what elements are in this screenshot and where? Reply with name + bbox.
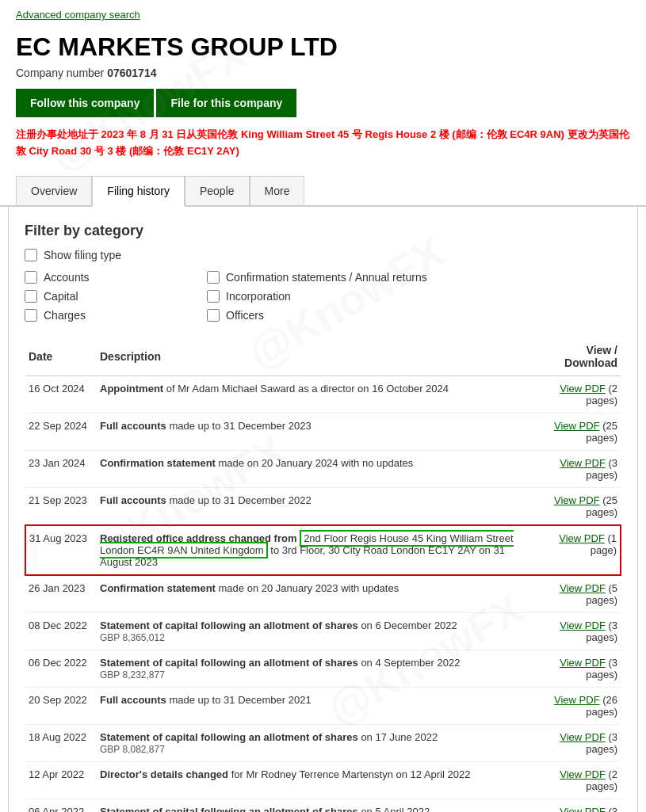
row-view: View PDF (3 pages) xyxy=(541,799,621,812)
checkbox-officers: Officers xyxy=(207,309,621,322)
filter-section: Filter by category Show filing type Acco… xyxy=(25,223,621,322)
view-pdf-link[interactable]: View PDF xyxy=(560,619,606,631)
table-row: 21 Sep 2023 Full accounts made up to 31 … xyxy=(25,487,621,525)
show-filing-checkbox[interactable] xyxy=(25,249,37,261)
view-pdf-link[interactable]: View PDF xyxy=(560,582,606,594)
table-row: 06 Apr 2022 Statement of capital followi… xyxy=(25,799,621,812)
row-view: View PDF (25 pages) xyxy=(541,487,621,525)
checkbox-capital-input[interactable] xyxy=(25,290,37,303)
checkbox-capital: Capital xyxy=(25,290,207,303)
checkbox-incorporation-input[interactable] xyxy=(207,290,220,303)
show-filing-row: Show filing type xyxy=(25,249,621,261)
table-row: 06 Dec 2022 Statement of capital followi… xyxy=(25,650,621,687)
tab-people[interactable]: People xyxy=(185,176,250,205)
row-view: View PDF (25 pages) xyxy=(541,413,621,450)
tabs-bar: Overview Filing history People More xyxy=(0,176,646,207)
table-row: 16 Oct 2024 Appointment of Mr Adam Micha… xyxy=(25,376,621,413)
filter-title: Filter by category xyxy=(25,223,621,239)
checkbox-officers-input[interactable] xyxy=(207,309,220,322)
view-pdf-link[interactable]: View PDF xyxy=(554,420,600,432)
checkbox-accounts-input[interactable] xyxy=(25,271,37,284)
row-description: Statement of capital following an allotm… xyxy=(97,612,541,650)
view-pdf-link[interactable]: View PDF xyxy=(560,768,606,780)
tab-filing-history[interactable]: Filing history xyxy=(92,176,185,207)
row-date: 23 Jan 2024 xyxy=(25,450,97,487)
tab-more[interactable]: More xyxy=(250,176,305,205)
row-date: 20 Sep 2022 xyxy=(25,687,97,724)
row-description: Full accounts made up to 31 December 202… xyxy=(97,413,541,450)
row-description: Full accounts made up to 31 December 202… xyxy=(97,487,541,525)
row-date: 31 Aug 2023 xyxy=(25,525,97,575)
table-row: 26 Jan 2023 Confirmation statement made … xyxy=(25,575,621,613)
company-header: EC MARKETS GROUP LTD Company number 0760… xyxy=(0,29,646,176)
view-pdf-link[interactable]: View PDF xyxy=(554,694,600,706)
row-date: 16 Oct 2024 xyxy=(25,376,97,413)
checkbox-confirmation: Confirmation statements / Annual returns xyxy=(207,271,621,284)
filings-table: Date Description View / Download 16 Oct … xyxy=(25,337,621,812)
row-description: Appointment of Mr Adam Michael Saward as… xyxy=(97,376,541,413)
row-date: 18 Aug 2022 xyxy=(25,724,97,761)
row-description: Registered office address changed from 2… xyxy=(97,525,541,575)
table-row: 22 Sep 2024 Full accounts made up to 31 … xyxy=(25,413,621,450)
row-date: 08 Dec 2022 xyxy=(25,612,97,650)
view-pdf-link[interactable]: View PDF xyxy=(560,457,606,469)
company-number-row: Company number 07601714 xyxy=(16,67,630,79)
row-description: Director's details changed for Mr Rodney… xyxy=(97,761,541,799)
row-date: 22 Sep 2024 xyxy=(25,413,97,450)
main-content: Filter by category Show filing type Acco… xyxy=(8,207,638,812)
checkboxes-grid: Accounts Confirmation statements / Annua… xyxy=(25,271,621,322)
view-pdf-link[interactable]: View PDF xyxy=(560,731,606,743)
file-company-button[interactable]: File for this company xyxy=(156,89,296,117)
table-row: 20 Sep 2022 Full accounts made up to 31 … xyxy=(25,687,621,724)
follow-company-button[interactable]: Follow this company xyxy=(16,89,154,117)
view-pdf-link[interactable]: View PDF xyxy=(554,494,600,506)
view-pdf-link[interactable]: View PDF xyxy=(560,806,606,812)
top-link: Advanced company search xyxy=(0,0,646,29)
row-view: View PDF (3 pages) xyxy=(541,612,621,650)
table-row: 18 Aug 2022 Statement of capital followi… xyxy=(25,724,621,761)
row-view: View PDF (5 pages) xyxy=(541,575,621,613)
row-description: Statement of capital following an allotm… xyxy=(97,650,541,687)
row-description: Statement of capital following an allotm… xyxy=(97,799,541,812)
col-header-description: Description xyxy=(97,337,541,376)
checkbox-incorporation: Incorporation xyxy=(207,290,621,303)
row-view: View PDF (1 page) xyxy=(541,525,621,575)
table-row: 23 Jan 2024 Confirmation statement made … xyxy=(25,450,621,487)
checkbox-accounts: Accounts xyxy=(25,271,207,284)
checkbox-confirmation-input[interactable] xyxy=(207,271,220,284)
action-buttons: Follow this company File for this compan… xyxy=(16,89,630,117)
table-row: 12 Apr 2022 Director's details changed f… xyxy=(25,761,621,799)
row-view: View PDF (3 pages) xyxy=(541,450,621,487)
row-view: View PDF (26 pages) xyxy=(541,687,621,724)
row-view: View PDF (2 pages) xyxy=(541,376,621,413)
row-view: View PDF (3 pages) xyxy=(541,650,621,687)
company-title: EC MARKETS GROUP LTD xyxy=(16,32,630,62)
row-date: 26 Jan 2023 xyxy=(25,575,97,613)
col-header-view: View / Download xyxy=(541,337,621,376)
tab-overview[interactable]: Overview xyxy=(16,176,92,205)
advanced-search-link[interactable]: Advanced company search xyxy=(16,9,140,21)
view-pdf-link[interactable]: View PDF xyxy=(560,383,606,395)
row-view: View PDF (2 pages) xyxy=(541,761,621,799)
checkbox-charges: Charges xyxy=(25,309,207,322)
row-date: 12 Apr 2022 xyxy=(25,761,97,799)
company-number-label: Company number xyxy=(16,67,104,79)
table-row: 08 Dec 2022 Statement of capital followi… xyxy=(25,612,621,650)
row-view: View PDF (3 pages) xyxy=(541,724,621,761)
row-date: 06 Apr 2022 xyxy=(25,799,97,812)
col-header-date: Date xyxy=(25,337,97,376)
view-pdf-link[interactable]: View PDF xyxy=(559,532,605,544)
row-description: Confirmation statement made on 20 Januar… xyxy=(97,450,541,487)
row-date: 06 Dec 2022 xyxy=(25,650,97,687)
show-filing-label: Show filing type xyxy=(44,249,121,261)
checkbox-charges-input[interactable] xyxy=(25,309,37,322)
notice-text: 注册办事处地址于 2023 年 8 月 31 日从英国伦敦 King Willi… xyxy=(16,127,630,160)
row-description: Confirmation statement made on 20 Januar… xyxy=(97,575,541,613)
company-number-value: 07601714 xyxy=(107,67,156,79)
row-description: Full accounts made up to 31 December 202… xyxy=(97,687,541,724)
table-row-highlighted: 31 Aug 2023 Registered office address ch… xyxy=(25,525,621,575)
row-date: 21 Sep 2023 xyxy=(25,487,97,525)
row-description: Statement of capital following an allotm… xyxy=(97,724,541,761)
view-pdf-link[interactable]: View PDF xyxy=(560,657,606,669)
